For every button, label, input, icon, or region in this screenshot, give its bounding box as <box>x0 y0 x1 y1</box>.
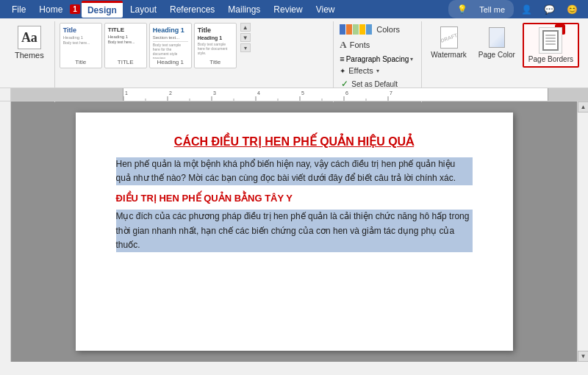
right-scrollbar: ▲ ▼ <box>577 101 588 362</box>
page-color-label: Page Color <box>478 51 515 59</box>
style-item-1[interactable]: Title Heading 1Body text here... Title <box>60 23 102 68</box>
menu-design[interactable]: Design <box>82 1 123 18</box>
checkmark-icon: ✓ <box>341 79 348 89</box>
ruler: 1 2 3 4 5 6 7 <box>0 88 588 101</box>
fonts-button[interactable]: A Fonts <box>338 38 415 52</box>
style-name-3: Heading 1 <box>157 59 184 65</box>
menu-bar: File Home 1 Design Layout References Mai… <box>0 0 588 18</box>
scroll-up-button[interactable]: ▲ <box>578 101 588 113</box>
scroll-more-arrow[interactable]: ▾ <box>240 43 251 52</box>
watermark-icon: DRAFT <box>437 26 461 49</box>
color-swatch-5 <box>366 24 372 35</box>
watermark-button[interactable]: DRAFT Watermark <box>426 23 471 62</box>
style-item-4[interactable]: Title Heading 1 Body text sample here fo… <box>194 23 237 68</box>
document-title: CÁCH ĐIỀU TRỊ HEN PHẾ QUẢN HIỆU QUẢ <box>116 135 473 149</box>
menu-mailings[interactable]: Mailings <box>222 2 266 17</box>
pb-inner <box>542 30 559 51</box>
menu-view[interactable]: View <box>310 2 341 17</box>
para-spacing-icon: ≡ <box>340 54 344 63</box>
tell-me-label: Tell me <box>475 3 509 16</box>
document-paragraph-2: Mục đích của các phương pháp điều trị he… <box>116 210 473 252</box>
lightbulb-icon: 💡 <box>453 2 472 16</box>
user-icon[interactable]: 👤 <box>517 2 537 17</box>
ruler-corner <box>0 88 11 101</box>
style-item-3[interactable]: Heading 1 Section text... Body text samp… <box>149 23 192 68</box>
ruler-ticks-svg: 1 2 3 4 5 6 7 <box>123 88 548 101</box>
scroll-down-button[interactable]: ▼ <box>578 351 588 362</box>
svg-text:2: 2 <box>169 90 172 96</box>
style-item-2[interactable]: TITLE Heading 1Body text here... TITLE <box>104 23 147 68</box>
themes-icon: Aa <box>18 26 41 49</box>
menu-file[interactable]: File <box>6 2 32 17</box>
menu-layout[interactable]: Layout <box>124 2 162 17</box>
watermark-label: Watermark <box>431 51 467 59</box>
color-swatch-2 <box>346 24 352 35</box>
scroll-up-arrow[interactable]: ▲ <box>240 23 251 32</box>
color-swatch-1 <box>340 24 345 35</box>
svg-text:3: 3 <box>213 90 216 96</box>
tell-me-box[interactable]: 💡 Tell me <box>448 0 514 18</box>
ruler-left-margin <box>11 88 123 101</box>
page-borders-icon <box>539 27 562 54</box>
style-preview-3: Heading 1 Section text... Body text samp… <box>152 26 189 59</box>
style-name-4: Title <box>209 59 220 65</box>
menu-home[interactable]: Home <box>33 2 68 17</box>
watermark-page: DRAFT <box>440 26 458 49</box>
svg-text:6: 6 <box>345 90 348 96</box>
scroll-down-arrow[interactable]: ▼ <box>240 33 251 42</box>
style-name-1: Title <box>75 59 86 65</box>
watermark-text: DRAFT <box>440 32 458 43</box>
style-preview-2: TITLE Heading 1Body text here... <box>107 26 144 59</box>
fonts-label: Fonts <box>350 40 370 49</box>
effects-button[interactable]: ✦ Effects ▾ <box>338 65 415 76</box>
fonts-icon: A <box>340 39 346 51</box>
paragraph-spacing-button[interactable]: ≡ Paragraph Spacing ▾ <box>338 54 415 64</box>
effects-dropdown: ▾ <box>376 68 379 74</box>
effects-icon: ✦ <box>340 67 345 75</box>
page-borders-icon-wrap: 2 <box>539 27 562 54</box>
document-paragraph-1: Hen phế quản là một bệnh khá phổ biến hi… <box>116 157 473 185</box>
badge-1: 1 <box>70 4 80 14</box>
svg-text:5: 5 <box>301 90 304 96</box>
ruler-content: 1 2 3 4 5 6 7 <box>123 88 548 101</box>
colors-swatch <box>340 24 372 35</box>
page-color-button[interactable]: Page Color <box>474 23 520 62</box>
style-preview-1: Title Heading 1Body text here... <box>62 26 99 59</box>
document-subtitle: ĐIỀU TRỊ HEN PHẾ QUẢN BẰNG TÂY Y <box>116 193 473 204</box>
themes-button[interactable]: Aa Themes <box>9 23 50 63</box>
svg-text:4: 4 <box>257 90 260 96</box>
style-name-2: TITLE <box>118 59 134 65</box>
ribbon: Aa Themes Title Heading 1Body text here.… <box>0 18 588 88</box>
set-default-label: Set as Default <box>351 80 398 88</box>
colors-label: Colors <box>376 25 400 34</box>
smiley-icon[interactable]: 😊 <box>562 2 582 17</box>
scroll-track[interactable] <box>578 113 588 351</box>
menu-right: 💡 Tell me 👤 💬 😊 <box>448 0 582 18</box>
color-swatch-3 <box>353 24 359 35</box>
page-borders-button[interactable]: 2 Page Border <box>523 23 579 68</box>
main-area: CÁCH ĐIỀU TRỊ HEN PHẾ QUẢN HIỆU QUẢ Hen … <box>0 101 588 362</box>
document-area: CÁCH ĐIỀU TRỊ HEN PHẾ QUẢN HIỆU QUẢ Hen … <box>11 101 577 362</box>
page-color-icon <box>485 26 509 49</box>
paragraph-spacing-label: Paragraph Spacing <box>346 55 409 63</box>
themes-label: Themes <box>15 51 44 60</box>
page-borders-label: Page Borders <box>528 55 573 63</box>
color-swatch-4 <box>359 24 365 35</box>
vertical-ruler <box>0 101 11 362</box>
svg-text:7: 7 <box>390 90 392 96</box>
menu-references[interactable]: References <box>164 2 220 17</box>
ruler-right-margin <box>548 88 588 101</box>
svg-text:1: 1 <box>125 90 128 96</box>
colors-button[interactable]: Colors <box>338 23 415 36</box>
document-page: CÁCH ĐIỀU TRỊ HEN PHẾ QUẢN HIỆU QUẢ Hen … <box>76 113 513 351</box>
pb-lines <box>544 32 557 48</box>
para-spacing-dropdown: ▾ <box>410 56 413 63</box>
effects-label: Effects <box>348 66 373 75</box>
style-preview-4: Title Heading 1 Body text sample here fo… <box>197 26 234 59</box>
style-scroll-arrows: ▲ ▼ ▾ <box>239 23 252 63</box>
chat-icon[interactable]: 💬 <box>539 2 559 17</box>
menu-review[interactable]: Review <box>268 2 308 17</box>
